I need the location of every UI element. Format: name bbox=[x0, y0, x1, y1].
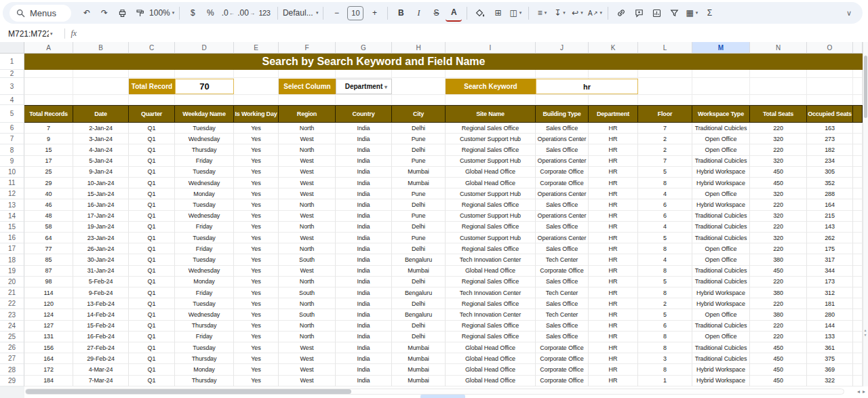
data-cell[interactable]: Q1 bbox=[129, 376, 175, 386]
data-cell[interactable]: Tuesday bbox=[175, 254, 234, 265]
data-cell[interactable]: 220 bbox=[750, 144, 807, 155]
data-cell[interactable]: Yes bbox=[234, 178, 279, 188]
data-cell[interactable]: Thursday bbox=[175, 321, 234, 332]
data-cell[interactable]: Customer Support Hub bbox=[446, 134, 536, 144]
data-cell[interactable]: Operations Center bbox=[536, 233, 589, 243]
data-cell[interactable]: Yes bbox=[234, 144, 279, 155]
empty-cell[interactable] bbox=[446, 70, 536, 78]
empty-cell[interactable] bbox=[24, 78, 73, 95]
row-number[interactable]: 14 bbox=[0, 211, 24, 222]
data-cell[interactable]: Q1 bbox=[129, 233, 175, 243]
data-cell[interactable]: 19-Jan-24 bbox=[73, 222, 129, 233]
row-number[interactable]: 3 bbox=[0, 78, 24, 95]
data-cell[interactable]: HR bbox=[589, 134, 638, 144]
data-cell[interactable]: 8 bbox=[638, 332, 692, 342]
row-number[interactable]: 10 bbox=[0, 167, 24, 178]
data-cell[interactable]: 4 bbox=[638, 188, 692, 199]
data-cell[interactable]: Yes bbox=[234, 353, 279, 364]
empty-cell[interactable] bbox=[129, 95, 175, 105]
data-cell[interactable]: Global Head Office bbox=[446, 342, 536, 353]
data-cell[interactable]: Regional Sales Office bbox=[446, 298, 536, 309]
row-number[interactable]: 20 bbox=[0, 277, 24, 287]
data-cell[interactable]: Pune bbox=[392, 211, 446, 222]
data-cell[interactable]: 234 bbox=[807, 156, 853, 167]
insert-link-button[interactable] bbox=[613, 5, 629, 21]
scroll-right-icon[interactable]: ▸ bbox=[863, 389, 865, 395]
data-cell[interactable]: Q1 bbox=[129, 287, 175, 298]
data-cell[interactable]: Global Head Office bbox=[446, 364, 536, 375]
data-cell[interactable]: Customer Support Hub bbox=[446, 211, 536, 222]
data-cell[interactable]: Monday bbox=[175, 364, 234, 375]
insert-chart-button[interactable] bbox=[648, 5, 665, 21]
data-cell[interactable]: 13-Feb-24 bbox=[73, 298, 129, 309]
empty-cell[interactable] bbox=[692, 70, 750, 78]
data-cell[interactable]: 215 bbox=[807, 211, 853, 222]
percent-format-button[interactable]: % bbox=[202, 5, 218, 21]
data-cell[interactable]: 114 bbox=[24, 287, 73, 298]
row-number[interactable]: 4 bbox=[0, 95, 24, 105]
data-cell[interactable]: Global Head Office bbox=[446, 167, 536, 178]
data-cell[interactable]: Q1 bbox=[129, 342, 175, 353]
data-cell[interactable]: North bbox=[279, 277, 336, 287]
data-cell[interactable]: 450 bbox=[750, 353, 807, 364]
data-cell[interactable]: North bbox=[279, 298, 336, 309]
data-cell[interactable]: West bbox=[279, 376, 336, 386]
data-cell[interactable]: Yes bbox=[234, 342, 279, 353]
data-cell[interactable]: India bbox=[336, 199, 392, 210]
data-cell[interactable]: 220 bbox=[750, 332, 807, 342]
data-cell[interactable]: Customer Support Hub bbox=[446, 188, 536, 199]
data-cell[interactable]: Regional Sales Office bbox=[446, 199, 536, 210]
empty-cell[interactable] bbox=[750, 95, 807, 105]
data-cell[interactable]: Regional Sales Office bbox=[446, 321, 536, 332]
data-cell[interactable]: 15 bbox=[24, 144, 73, 155]
data-cell[interactable]: Corporate Office bbox=[536, 167, 589, 178]
data-cell[interactable]: 31-Jan-24 bbox=[73, 266, 129, 277]
data-cell[interactable]: Delhi bbox=[392, 199, 446, 210]
data-cell[interactable]: Yes bbox=[234, 376, 279, 386]
data-cell[interactable]: Yes bbox=[234, 277, 279, 287]
data-cell[interactable]: 64 bbox=[24, 233, 73, 243]
data-cell[interactable]: 29-Feb-24 bbox=[73, 353, 129, 364]
column-header-I[interactable]: I bbox=[446, 42, 536, 54]
column-header-F[interactable]: F bbox=[279, 42, 336, 54]
data-cell[interactable]: 133 bbox=[807, 332, 853, 342]
data-cell[interactable]: Wednesday bbox=[175, 309, 234, 320]
row-number[interactable]: 15 bbox=[0, 222, 24, 233]
data-cell[interactable]: 312 bbox=[807, 287, 853, 298]
data-cell[interactable]: Tuesday bbox=[175, 123, 234, 134]
data-cell[interactable]: South bbox=[279, 287, 336, 298]
data-cell[interactable]: Monday bbox=[175, 188, 234, 199]
data-cell[interactable]: 5-Feb-24 bbox=[73, 277, 129, 287]
row-number[interactable]: 11 bbox=[0, 178, 24, 188]
data-cell[interactable]: Operations Center bbox=[536, 156, 589, 167]
data-cell[interactable]: Thursday bbox=[175, 376, 234, 386]
data-cell[interactable]: HR bbox=[589, 222, 638, 233]
data-cell[interactable]: 380 bbox=[750, 309, 807, 320]
row-number[interactable]: 16 bbox=[0, 233, 24, 243]
data-cell[interactable]: 450 bbox=[750, 376, 807, 386]
data-cell[interactable]: Thursday bbox=[175, 353, 234, 364]
font-size-input[interactable]: 10 bbox=[347, 6, 363, 20]
data-cell[interactable]: HR bbox=[589, 376, 638, 386]
data-cell[interactable]: 4 bbox=[638, 254, 692, 265]
data-cell[interactable]: HR bbox=[589, 277, 638, 287]
data-cell[interactable]: 5 bbox=[638, 277, 692, 287]
data-cell[interactable]: 220 bbox=[750, 298, 807, 309]
data-cell[interactable]: West bbox=[279, 342, 336, 353]
data-cell[interactable]: India bbox=[336, 342, 392, 353]
bold-button[interactable]: B bbox=[393, 5, 409, 21]
empty-cell[interactable] bbox=[638, 95, 692, 105]
data-cell[interactable]: 5 bbox=[638, 309, 692, 320]
column-header-J[interactable]: J bbox=[536, 42, 589, 54]
data-cell[interactable]: 450 bbox=[750, 342, 807, 353]
data-cell[interactable]: 7 bbox=[638, 123, 692, 134]
data-cell[interactable]: Tech Innovation Center bbox=[446, 309, 536, 320]
text-color-button[interactable]: A bbox=[446, 4, 462, 22]
table-header-cell[interactable]: Weekday Name bbox=[175, 105, 234, 123]
data-cell[interactable]: Operations Center bbox=[536, 134, 589, 144]
data-cell[interactable]: 9 bbox=[24, 134, 73, 144]
data-cell[interactable]: 280 bbox=[807, 309, 853, 320]
data-cell[interactable]: Q1 bbox=[129, 243, 175, 254]
column-header-L[interactable]: L bbox=[638, 42, 692, 54]
data-cell[interactable]: Sales Office bbox=[536, 243, 589, 254]
